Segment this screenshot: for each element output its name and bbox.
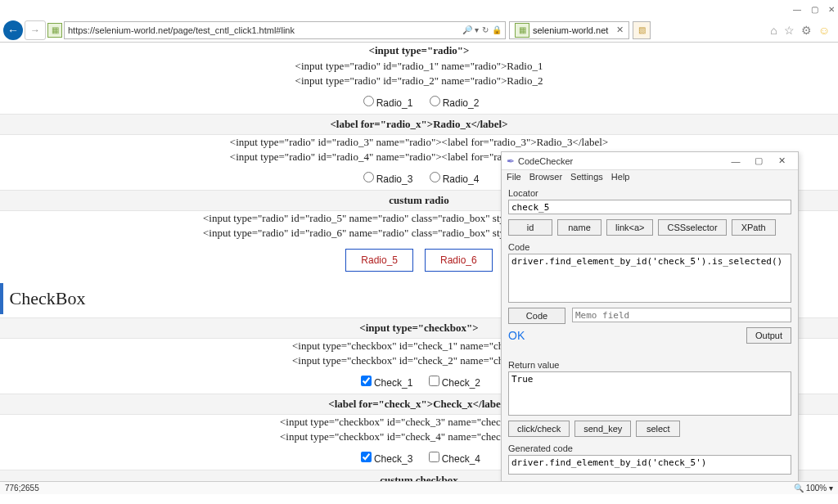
- radio-6-custom[interactable]: Radio_6: [425, 249, 493, 272]
- check-4[interactable]: Check_4: [426, 453, 480, 465]
- cc-link-button[interactable]: link<a>: [606, 219, 653, 236]
- new-tab-icon: ▧: [638, 25, 646, 34]
- cc-return-label: Return value: [508, 360, 791, 370]
- code-sample: <input type="radio" id="radio_2" name="r…: [0, 74, 838, 88]
- radio-1[interactable]: Radio_1: [359, 97, 413, 109]
- feedback-icon[interactable]: ☺: [818, 24, 830, 37]
- cc-maximize[interactable]: ▢: [747, 155, 770, 166]
- cc-click-button[interactable]: click/check: [508, 421, 570, 437]
- url-text[interactable]: https://selenium-world.net/page/test_cnt…: [68, 25, 459, 35]
- cc-menubar: File Browser Settings Help: [502, 170, 798, 183]
- cc-css-button[interactable]: CSSselector: [658, 219, 726, 236]
- window-maximize[interactable]: ▢: [811, 5, 818, 14]
- browser-navbar: ← → ▦ https://selenium-world.net/page/te…: [0, 18, 838, 43]
- page-viewport: <input type="radio"> <input type="radio"…: [0, 43, 838, 494]
- cc-name-button[interactable]: name: [557, 219, 601, 236]
- check-3[interactable]: Check_3: [358, 453, 412, 465]
- tab-close-icon[interactable]: ✕: [616, 25, 624, 35]
- cc-xpath-button[interactable]: XPath: [732, 219, 776, 236]
- new-tab-button[interactable]: ▧: [633, 21, 651, 39]
- radio-2[interactable]: Radio_2: [426, 97, 480, 109]
- refresh-icon[interactable]: ↻: [482, 25, 489, 34]
- radio-3[interactable]: Radio_3: [359, 173, 413, 185]
- window-minimize[interactable]: —: [793, 5, 801, 14]
- forward-button[interactable]: →: [25, 20, 46, 40]
- code-sample: <input type="radio" id="radio_3" name="r…: [0, 135, 838, 150]
- cc-generated-label: Generated code: [508, 443, 791, 453]
- check-2[interactable]: Check_2: [426, 377, 480, 389]
- cc-menu-browser[interactable]: Browser: [529, 172, 562, 182]
- zoom-indicator[interactable]: 🔍 100% ▾: [794, 484, 833, 493]
- check-4-input[interactable]: [429, 452, 439, 462]
- cc-generated-textarea[interactable]: driver.find_element_by_id('check_5'): [508, 455, 791, 475]
- radio-1-input[interactable]: [363, 96, 374, 106]
- cc-app-icon: ✒: [507, 155, 515, 167]
- home-icon[interactable]: ⌂: [770, 24, 777, 37]
- browser-statusbar: 776;2655 🔍 100% ▾: [0, 481, 838, 494]
- cc-run-code-button[interactable]: Code: [508, 308, 565, 324]
- cc-locator-label: Locator: [508, 188, 791, 198]
- cc-menu-help[interactable]: Help: [611, 172, 630, 182]
- tab-favicon: ▦: [515, 23, 529, 38]
- cc-sendkey-button[interactable]: send_key: [574, 421, 631, 437]
- check-2-input[interactable]: [429, 376, 439, 386]
- back-button[interactable]: ←: [3, 20, 23, 40]
- cc-return-textarea[interactable]: True: [508, 371, 791, 416]
- cc-title-text: CodeChecker: [518, 156, 724, 166]
- tab-title: selenium-world.net: [533, 25, 608, 35]
- address-bar[interactable]: https://selenium-world.net/page/test_cnt…: [64, 21, 506, 39]
- cc-close[interactable]: ✕: [770, 155, 793, 166]
- site-favicon: ▦: [47, 23, 62, 38]
- cc-locator-input[interactable]: [508, 200, 791, 214]
- favorites-icon[interactable]: ☆: [784, 24, 795, 37]
- cc-ok-status: OK: [508, 327, 525, 344]
- radio-2-input[interactable]: [430, 96, 440, 106]
- status-coordinates: 776;2655: [5, 484, 39, 493]
- settings-icon[interactable]: ⚙: [801, 24, 812, 37]
- cc-output-button[interactable]: Output: [746, 327, 791, 344]
- navbar-right: ⌂ ☆ ⚙ ☺: [770, 24, 835, 37]
- cc-menu-settings[interactable]: Settings: [570, 172, 603, 182]
- cc-memo-input[interactable]: [572, 308, 791, 322]
- cc-menu-file[interactable]: File: [507, 172, 521, 182]
- section-heading: <label for="radio_x">Radio_x</label>: [0, 114, 838, 135]
- radio-3-input[interactable]: [363, 172, 374, 182]
- code-sample: <input type="radio" id="radio_1" name="r…: [0, 59, 838, 74]
- cc-select-button[interactable]: select: [636, 421, 680, 437]
- radio-5-custom[interactable]: Radio_5: [345, 249, 413, 272]
- cc-titlebar[interactable]: ✒ CodeChecker — ▢ ✕: [502, 152, 798, 170]
- window-close[interactable]: ✕: [828, 5, 835, 14]
- check-3-input[interactable]: [361, 452, 372, 462]
- cc-minimize[interactable]: —: [724, 156, 747, 166]
- codechecker-window[interactable]: ✒ CodeChecker — ▢ ✕ File Browser Setting…: [501, 151, 799, 482]
- radio-4[interactable]: Radio_4: [426, 173, 480, 185]
- window-titlebar: — ▢ ✕: [0, 0, 838, 18]
- cc-code-textarea[interactable]: driver.find_element_by_id('check_5').is_…: [508, 254, 791, 303]
- search-dropdown-icon[interactable]: 🔎 ▾: [462, 25, 479, 34]
- check-1[interactable]: Check_1: [358, 377, 412, 389]
- cc-code-label: Code: [508, 242, 791, 252]
- truncated-heading: <input type="radio">: [0, 43, 838, 59]
- radio-4-input[interactable]: [430, 172, 440, 182]
- check-1-input[interactable]: [361, 376, 372, 386]
- cc-id-button[interactable]: id: [508, 219, 552, 236]
- lock-icon: 🔒: [492, 25, 502, 34]
- browser-tab-active[interactable]: ▦ selenium-world.net ✕: [509, 21, 629, 39]
